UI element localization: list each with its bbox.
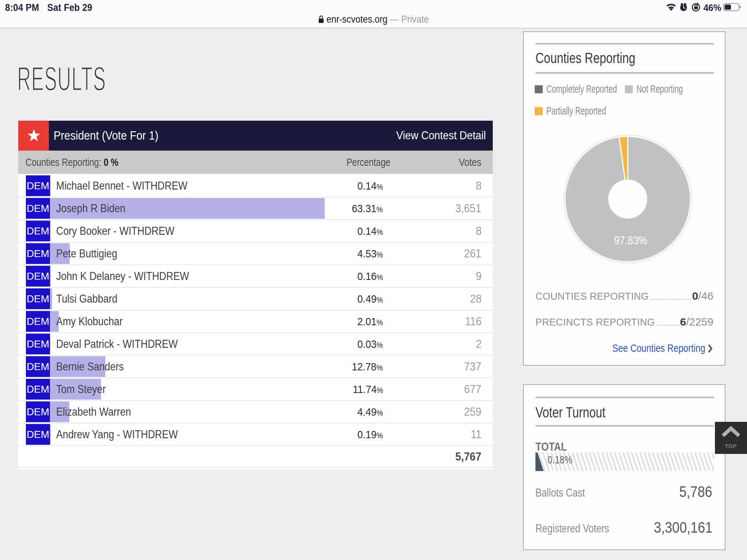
svg-text:46%: 46% (704, 3, 721, 12)
svg-text:97.83%: 97.83% (614, 234, 647, 247)
